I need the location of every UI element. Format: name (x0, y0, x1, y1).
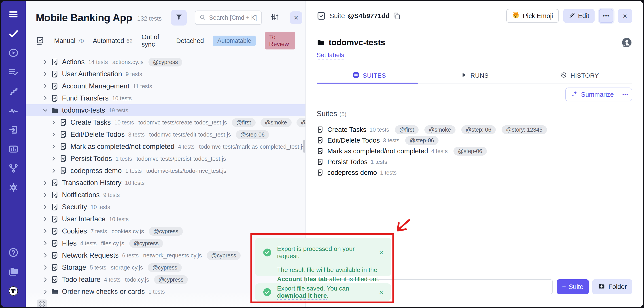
bulk-select-icon[interactable] (36, 36, 45, 46)
toast-close-icon[interactable]: × (379, 249, 384, 256)
chevron-right-icon[interactable] (50, 167, 57, 174)
download-link[interactable]: download it here (277, 292, 327, 300)
chevron-right-icon[interactable] (42, 204, 48, 210)
sidebar-pulse-icon[interactable] (6, 103, 20, 118)
tree-row-codepress-demo[interactable]: codepress demo1 teststodomvc-tests/todo-… (26, 165, 306, 177)
sidebar-analytics-icon[interactable] (6, 142, 20, 156)
add-folder-button[interactable]: Folder (592, 279, 632, 294)
tag-pill[interactable]: @smoke (260, 118, 292, 127)
account-files-tab-link[interactable]: Account files tab (277, 275, 328, 283)
tag-pill[interactable]: @cypress (148, 58, 182, 67)
chevron-right-icon[interactable] (42, 216, 48, 222)
chevron-right-icon[interactable] (50, 119, 57, 126)
chevron-right-icon[interactable] (42, 59, 48, 65)
chevron-right-icon[interactable] (50, 155, 57, 162)
tree-row-notifications[interactable]: Notifications9 tests (26, 189, 306, 201)
suite-list-item-edit-delete-todos[interactable]: Edit/Delete Todos3 tests@step-06 (317, 135, 632, 146)
add-suite-button[interactable]: + Suite (557, 279, 589, 294)
sidebar-help-icon[interactable] (6, 245, 20, 260)
summarize-button[interactable]: Summarize (566, 88, 619, 101)
chevron-right-icon[interactable] (50, 143, 57, 150)
suite-list-item-create-tasks[interactable]: Create Tasks10 tests@first@smoke@step: 0… (317, 124, 632, 135)
summarize-more-button[interactable]: ••• (619, 88, 632, 101)
tree-row-fund-transfers[interactable]: Fund Transfers10 tests (26, 92, 306, 104)
tree-row-edit-delete-todos[interactable]: Edit/Delete Todos3 teststodomvc-tests/ed… (26, 129, 306, 141)
suite-list-item-mark-as-completed-not-completed[interactable]: Mark as completed/not completed4 tests@s… (317, 146, 632, 156)
edit-button[interactable]: Edit (563, 9, 594, 23)
sidebar-tests-check-icon[interactable] (6, 27, 20, 41)
filter-tab-out-of-sync[interactable]: Out of sync (142, 33, 167, 48)
chevron-right-icon[interactable] (42, 95, 48, 102)
filter-tab-manual[interactable]: Manual70 (54, 37, 84, 45)
sidebar-import-icon[interactable] (6, 123, 20, 137)
sidebar-menu-icon[interactable] (6, 7, 20, 22)
tag-pill[interactable]: @first (232, 118, 256, 127)
chevron-right-icon[interactable] (50, 131, 57, 138)
chevron-right-icon[interactable] (42, 264, 48, 271)
sidebar-settings-gear-icon[interactable] (6, 180, 20, 195)
tag-pill[interactable]: @cypress (206, 251, 240, 260)
tag-pill[interactable]: @first (395, 125, 418, 134)
tree-row-user-authentication[interactable]: User Authentication9 tests (26, 68, 306, 80)
assignee-avatar[interactable] (622, 37, 632, 48)
view-options-button[interactable] (270, 12, 280, 23)
pick-emoji-button[interactable]: Pick Emoji (506, 9, 559, 23)
tag-pill[interactable]: @cypress (148, 263, 182, 272)
tree-row-account-management[interactable]: Account Management11 tests (26, 80, 306, 92)
more-actions-button[interactable]: ••• (599, 9, 613, 23)
tag-pill[interactable]: @step: 06 (296, 118, 306, 127)
search-input[interactable] (209, 14, 258, 21)
tab-runs[interactable]: RUNS (422, 68, 527, 84)
tag-pill[interactable]: @smoke (424, 125, 456, 134)
tag-pill[interactable]: @cypress (129, 239, 163, 248)
sidebar-branches-icon[interactable] (6, 161, 20, 175)
tree-row-security[interactable]: Security10 tests (26, 201, 306, 213)
tag-pill[interactable]: @step-06 (454, 147, 487, 156)
tree-row-mark-as-completed-not-completed[interactable]: Mark as completed/not completed4 teststo… (26, 141, 306, 153)
filter-pill-automatable[interactable]: Automatable (213, 36, 256, 46)
chevron-right-icon[interactable] (42, 288, 48, 295)
tab-suites[interactable]: SUITES (317, 68, 422, 84)
search-box[interactable] (195, 11, 262, 25)
tag-pill[interactable]: @step-06 (405, 136, 438, 145)
chevron-right-icon[interactable] (42, 192, 48, 198)
chevron-down-icon[interactable] (42, 107, 48, 114)
chevron-right-icon[interactable] (42, 228, 48, 235)
suite-list-item-codepress-demo[interactable]: codepress demo1 tests (317, 167, 632, 178)
filter-tab-detached[interactable]: Detached (176, 37, 204, 45)
chevron-right-icon[interactable] (42, 179, 48, 186)
filter-button[interactable] (171, 10, 187, 26)
sidebar-projects-folder-icon[interactable] (6, 264, 20, 279)
filter-tab-automated[interactable]: Automated62 (93, 37, 132, 45)
copy-icon[interactable] (393, 12, 401, 20)
set-labels-link[interactable]: Set labels (317, 52, 344, 60)
tree-row-persist-todos[interactable]: Persist Todos1 teststodomvc-tests/persis… (26, 153, 306, 165)
detail-close-button[interactable]: × (618, 9, 632, 23)
sidebar-test-plans-icon[interactable] (6, 65, 20, 79)
tag-pill[interactable]: @cypress (154, 275, 188, 284)
keyboard-shortcuts-button[interactable] (37, 299, 47, 307)
chevron-right-icon[interactable] (42, 83, 48, 90)
suite-list-item-persist-todos[interactable]: Persist Todos1 tests (317, 156, 632, 167)
sidebar-runs-play-icon[interactable] (6, 46, 20, 60)
tree-row-todomvc-tests[interactable]: todomvc-tests19 tests (26, 104, 306, 116)
tag-pill[interactable]: @step-06 (236, 130, 269, 139)
tag-pill[interactable]: @story: 12345 (502, 125, 547, 134)
tree-row-user-interface[interactable]: User Interface10 tests (26, 213, 306, 225)
tree-row-actions[interactable]: Actions14 testsactions.cy.js@cypress (26, 56, 306, 68)
tab-history[interactable]: HISTORY (527, 68, 632, 84)
chevron-right-icon[interactable] (42, 276, 48, 283)
tree-row-cookies[interactable]: Cookies7 testscookies.cy.js@cypress (26, 225, 306, 237)
toast-close-icon[interactable]: × (379, 288, 384, 296)
tag-pill[interactable]: @step: 06 (461, 125, 496, 134)
chevron-right-icon[interactable] (42, 252, 48, 259)
filter-pill-to-review[interactable]: To Review (265, 32, 296, 50)
sidebar-logo-icon[interactable] (6, 284, 20, 298)
sidebar-milestones-steps-icon[interactable] (6, 84, 20, 99)
chevron-right-icon[interactable] (42, 71, 48, 78)
tree-row-create-tasks[interactable]: Create Tasks10 teststodomvc-tests/create… (26, 116, 306, 129)
chevron-right-icon[interactable] (42, 240, 48, 247)
panel-close-button[interactable]: × (290, 12, 302, 24)
tree-scrollbar[interactable] (303, 140, 305, 153)
tag-pill[interactable]: @cypress (149, 227, 183, 236)
